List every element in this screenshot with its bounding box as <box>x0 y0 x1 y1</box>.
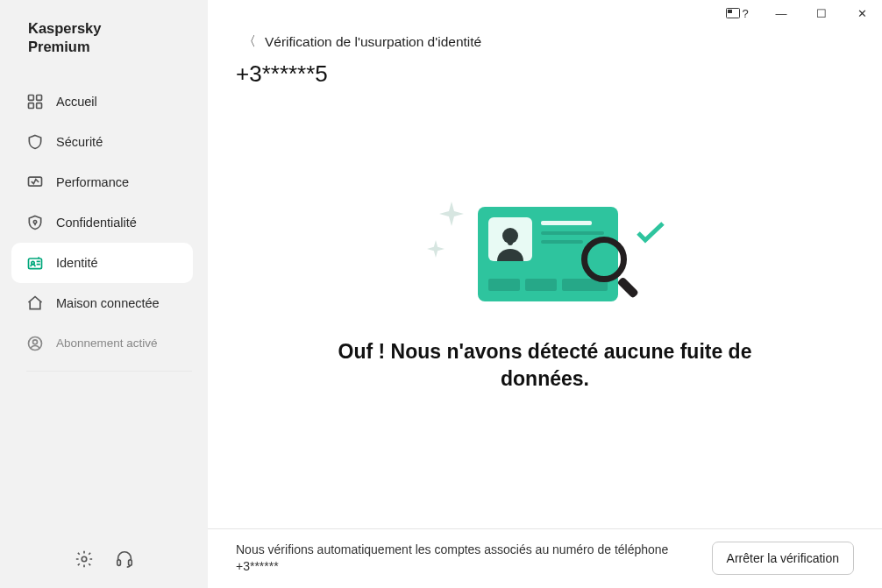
identity-illustration <box>427 202 664 315</box>
breadcrumb-back[interactable]: 〈 Vérification de l'usurpation d'identit… <box>208 33 882 50</box>
home-icon <box>26 93 44 110</box>
sidebar-subscription-status: Abonnement activé <box>11 323 193 364</box>
user-icon <box>26 335 44 352</box>
checkmark-icon <box>636 221 665 244</box>
support-button[interactable] <box>115 549 134 569</box>
stop-verification-button[interactable]: Arrêter la vérification <box>712 542 854 575</box>
svg-rect-4 <box>29 103 34 109</box>
footer-text-line2: +3****** <box>236 558 668 576</box>
house-icon <box>26 294 44 312</box>
hero: Ouf ! Nous n'avons détecté aucune fuite … <box>208 202 882 393</box>
headset-icon <box>115 549 134 569</box>
sidebar-bottom <box>0 549 208 588</box>
sidebar-item-confidentialite[interactable]: Confidentialité <box>11 202 193 243</box>
sidebar-item-identite[interactable]: Identité <box>11 243 193 283</box>
sidebar-item-label: Accueil <box>56 95 97 109</box>
sidebar-item-maison[interactable]: Maison connectée <box>11 283 193 323</box>
app-title-line1: Kaspersky <box>28 20 101 36</box>
sidebar-item-performance[interactable]: Performance <box>11 162 193 202</box>
sparkle-icon <box>439 202 464 226</box>
app-title: Kaspersky Premium <box>0 19 208 81</box>
sidebar-item-label: Confidentialité <box>56 216 137 230</box>
main-content: 〈 Vérification de l'usurpation d'identit… <box>208 0 882 588</box>
account-masked: +3******5 <box>208 50 882 88</box>
sidebar-item-label: Identité <box>56 256 98 270</box>
sidebar-item-label: Sécurité <box>56 135 103 149</box>
settings-button[interactable] <box>75 549 94 569</box>
footer-text-line1: Nous vérifions automatiquement les compt… <box>236 542 668 556</box>
app-title-line2: Premium <box>28 39 90 54</box>
privacy-icon <box>26 214 44 231</box>
sparkle-icon <box>427 240 445 258</box>
sidebar-item-label: Performance <box>56 175 129 189</box>
sidebar-item-accueil[interactable]: Accueil <box>11 81 193 122</box>
chevron-left-icon: 〈 <box>243 33 256 50</box>
svg-point-11 <box>33 340 38 344</box>
svg-point-7 <box>33 220 36 223</box>
sidebar-separator <box>26 371 192 372</box>
svg-rect-13 <box>117 560 120 565</box>
svg-rect-8 <box>29 259 42 269</box>
footer: Nous vérifions automatiquement les compt… <box>208 528 882 588</box>
svg-rect-5 <box>37 103 42 109</box>
gear-icon <box>75 549 94 569</box>
nav: Accueil Sécurité Performance Confidentia… <box>0 81 208 364</box>
shield-icon <box>26 133 44 151</box>
performance-icon <box>26 174 44 191</box>
svg-rect-14 <box>128 560 132 565</box>
identity-icon <box>26 254 44 272</box>
svg-point-12 <box>82 556 87 562</box>
sidebar-item-label: Maison connectée <box>56 296 160 310</box>
magnifier-graphic <box>581 237 639 294</box>
svg-rect-3 <box>37 95 42 100</box>
avatar-graphic <box>488 217 532 261</box>
sidebar: Kaspersky Premium Accueil Sécurité Per <box>0 0 208 588</box>
sidebar-item-securite[interactable]: Sécurité <box>11 122 193 162</box>
subscription-label: Abonnement activé <box>56 337 158 350</box>
hero-title: Ouf ! Nous n'avons détecté aucune fuite … <box>300 338 791 393</box>
svg-rect-2 <box>29 95 34 100</box>
footer-text: Nous vérifions automatiquement les compt… <box>236 542 668 576</box>
breadcrumb-label: Vérification de l'usurpation d'identité <box>265 34 481 50</box>
